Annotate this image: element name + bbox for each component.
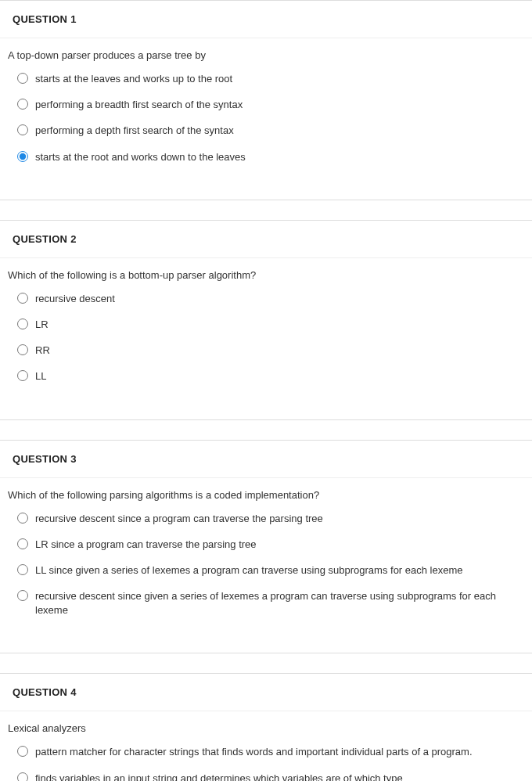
option[interactable]: LL since given a series of lexemes a pro… (17, 563, 524, 578)
option-radio[interactable] (17, 513, 28, 524)
option-label: finds variables in an input string and d… (35, 772, 403, 781)
question-block: QUESTION 1A top-down parser produces a p… (0, 0, 532, 200)
option[interactable]: recursive descent since a program can tr… (17, 512, 524, 526)
option-radio[interactable] (17, 151, 28, 162)
option-radio[interactable] (17, 538, 28, 549)
option-label: starts at the leaves and works up to the… (35, 72, 232, 86)
question-block: QUESTION 2Which of the following is a bo… (0, 220, 532, 420)
option[interactable]: performing a depth first search of the s… (17, 124, 524, 138)
question-header: QUESTION 4 (0, 674, 532, 711)
option-label: performing a breadth first search of the… (35, 98, 243, 112)
option[interactable]: starts at the root and works down to the… (17, 150, 524, 164)
question-prompt: Which of the following parsing algorithm… (8, 489, 524, 501)
option[interactable]: recursive descent (17, 292, 524, 306)
question-header: QUESTION 2 (0, 221, 532, 258)
question-header: QUESTION 1 (0, 1, 532, 38)
option[interactable]: RR (17, 344, 524, 358)
question-block: QUESTION 3Which of the following parsing… (0, 440, 532, 654)
question-prompt: Which of the following is a bottom-up pa… (8, 269, 524, 281)
option-label: recursive descent (35, 292, 115, 306)
option[interactable]: starts at the leaves and works up to the… (17, 72, 524, 86)
option-label: RR (35, 344, 50, 358)
option-radio[interactable] (17, 590, 28, 601)
options-list: starts at the leaves and works up to the… (8, 72, 524, 164)
question-prompt: Lexical analyzers (8, 722, 524, 734)
option[interactable]: performing a breadth first search of the… (17, 98, 524, 112)
option-label: recursive descent since given a series o… (35, 589, 524, 617)
question-title: QUESTION 1 (13, 13, 523, 25)
question-block: QUESTION 4Lexical analyzerspattern match… (0, 673, 532, 781)
option-radio[interactable] (17, 564, 28, 575)
question-title: QUESTION 4 (13, 686, 523, 698)
option-radio[interactable] (17, 772, 28, 781)
question-body: Which of the following parsing algorithm… (0, 478, 532, 618)
option-radio[interactable] (17, 293, 28, 304)
option[interactable]: LR (17, 318, 524, 332)
option-label: LR since a program can traverse the pars… (35, 538, 257, 552)
option-label: pattern matcher for character strings th… (35, 745, 473, 759)
option-label: recursive descent since a program can tr… (35, 512, 323, 526)
options-list: recursive descentLRRRLL (8, 292, 524, 384)
question-header: QUESTION 3 (0, 441, 532, 478)
option[interactable]: LL (17, 369, 524, 383)
question-title: QUESTION 3 (13, 453, 523, 465)
option-radio[interactable] (17, 370, 28, 381)
question-body: A top-down parser produces a parse tree … (0, 38, 532, 164)
question-body: Which of the following is a bottom-up pa… (0, 258, 532, 384)
option-label: LR (35, 318, 49, 332)
option-label: performing a depth first search of the s… (35, 124, 234, 138)
option[interactable]: LR since a program can traverse the pars… (17, 538, 524, 552)
question-body: Lexical analyzerspattern matcher for cha… (0, 711, 532, 781)
options-list: recursive descent since a program can tr… (8, 512, 524, 618)
options-list: pattern matcher for character strings th… (8, 745, 524, 781)
option-radio[interactable] (17, 319, 28, 329)
option[interactable]: pattern matcher for character strings th… (17, 745, 524, 759)
option-radio[interactable] (17, 99, 28, 110)
option-radio[interactable] (17, 73, 28, 84)
question-title: QUESTION 2 (13, 233, 523, 245)
question-prompt: A top-down parser produces a parse tree … (8, 49, 524, 61)
option-radio[interactable] (17, 124, 28, 135)
option[interactable]: recursive descent since given a series o… (17, 589, 524, 617)
option-radio[interactable] (17, 344, 28, 355)
option-radio[interactable] (17, 746, 28, 757)
option-label: LL since given a series of lexemes a pro… (35, 563, 463, 578)
quiz-container: QUESTION 1A top-down parser produces a p… (0, 0, 532, 781)
option-label: starts at the root and works down to the… (35, 150, 246, 164)
option-label: LL (35, 369, 46, 383)
option[interactable]: finds variables in an input string and d… (17, 772, 524, 781)
